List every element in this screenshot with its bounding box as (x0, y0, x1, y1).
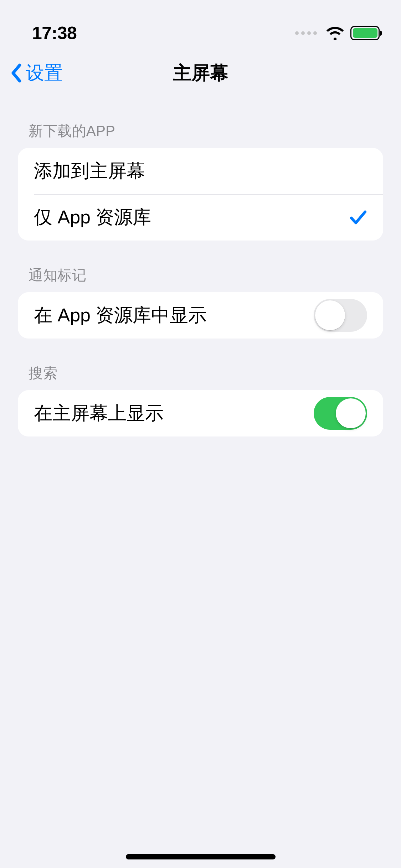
content: 新下载的APP 添加到主屏幕 仅 App 资源库 通知标记 在 App 资源库中… (0, 96, 401, 436)
chevron-left-icon (10, 63, 23, 83)
toggle-show-in-library[interactable] (314, 299, 367, 332)
page-title: 主屏幕 (173, 61, 228, 86)
status-time: 17:38 (32, 23, 77, 43)
switch-knob (315, 300, 345, 330)
section-header-badges: 通知标记 (18, 241, 383, 292)
option-label: 仅 App 资源库 (34, 205, 151, 230)
switch-knob (336, 398, 366, 428)
row-show-on-home: 在主屏幕上显示 (18, 390, 383, 436)
home-indicator[interactable] (126, 854, 276, 859)
wifi-icon (326, 26, 344, 40)
status-indicators (295, 26, 380, 40)
section-header-new-apps: 新下载的APP (18, 96, 383, 148)
checkmark-icon (349, 209, 367, 226)
signal-dots-icon (295, 31, 317, 35)
battery-icon (350, 26, 380, 40)
toggle-show-on-home[interactable] (314, 397, 367, 430)
status-bar: 17:38 (0, 0, 401, 50)
option-app-library-only[interactable]: 仅 App 资源库 (18, 194, 383, 241)
back-button[interactable]: 设置 (7, 61, 63, 86)
row-label: 在主屏幕上显示 (34, 401, 164, 426)
group-badges: 在 App 资源库中显示 (18, 292, 383, 339)
option-add-to-home[interactable]: 添加到主屏幕 (18, 148, 383, 194)
section-header-search: 搜索 (18, 339, 383, 390)
group-search: 在主屏幕上显示 (18, 390, 383, 436)
row-label: 在 App 资源库中显示 (34, 303, 207, 328)
nav-bar: 设置 主屏幕 (0, 50, 401, 96)
row-show-in-library: 在 App 资源库中显示 (18, 292, 383, 339)
group-new-apps: 添加到主屏幕 仅 App 资源库 (18, 148, 383, 241)
option-label: 添加到主屏幕 (34, 159, 145, 184)
back-label: 设置 (26, 61, 63, 86)
